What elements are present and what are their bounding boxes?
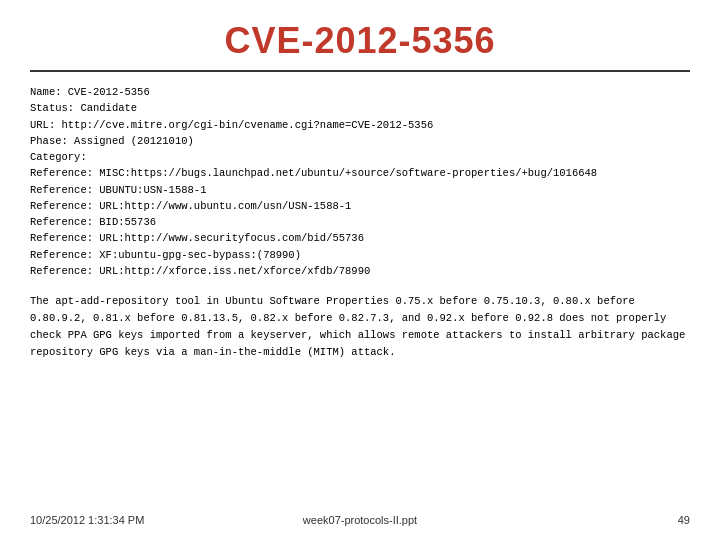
field-line: Reference: URL:http://xforce.iss.net/xfo… bbox=[30, 263, 690, 279]
field-line: Reference: URL:http://www.securityfocus.… bbox=[30, 230, 690, 246]
field-line: Status: Candidate bbox=[30, 100, 690, 116]
field-line: URL: http://cve.mitre.org/cgi-bin/cvenam… bbox=[30, 117, 690, 133]
footer-center: week07-protocols-II.ppt bbox=[303, 514, 417, 526]
slide-container: CVE-2012-5356 Name: CVE-2012-5356Status:… bbox=[0, 0, 720, 540]
footer-right: 49 bbox=[678, 514, 690, 526]
content-area: Name: CVE-2012-5356Status: CandidateURL:… bbox=[30, 84, 690, 279]
field-line: Reference: BID:55736 bbox=[30, 214, 690, 230]
field-line: Category: bbox=[30, 149, 690, 165]
field-line: Reference: UBUNTU:USN-1588-1 bbox=[30, 182, 690, 198]
slide-title: CVE-2012-5356 bbox=[30, 20, 690, 62]
field-line: Reference: XF:ubuntu-gpg-sec-bypass:(789… bbox=[30, 247, 690, 263]
footer-left: 10/25/2012 1:31:34 PM bbox=[30, 514, 144, 526]
description-block: The apt-add-repository tool in Ubuntu So… bbox=[30, 293, 690, 360]
field-line: Reference: URL:http://www.ubuntu.com/usn… bbox=[30, 198, 690, 214]
title-divider bbox=[30, 70, 690, 72]
field-line: Reference: MISC:https://bugs.launchpad.n… bbox=[30, 165, 690, 181]
field-line: Name: CVE-2012-5356 bbox=[30, 84, 690, 100]
field-line: Phase: Assigned (20121010) bbox=[30, 133, 690, 149]
